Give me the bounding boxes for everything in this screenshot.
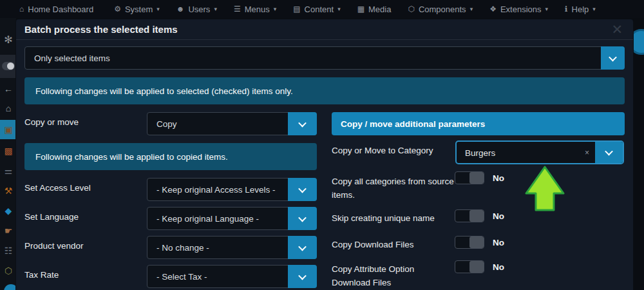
layers-icon[interactable]: ☷ bbox=[1, 246, 15, 256]
chevron-down-icon: ▾ bbox=[592, 6, 596, 12]
list-icon: ☰ bbox=[234, 5, 241, 14]
menu-components[interactable]: ⬡ Components ▾ bbox=[408, 5, 473, 14]
set-access-level-select[interactable]: - Keep original Access Levels - bbox=[147, 178, 317, 201]
tax-rate-label: Tax Rate bbox=[24, 270, 59, 280]
menu-users[interactable]: ☻ Users ▾ bbox=[176, 5, 217, 14]
copy-move-category-label: Copy or Move to Category bbox=[332, 146, 433, 155]
set-language-select-button[interactable] bbox=[288, 207, 317, 230]
clear-selection-icon[interactable]: × bbox=[585, 148, 589, 157]
copy-or-move-select-button[interactable] bbox=[288, 112, 317, 135]
cube-icon[interactable]: ⬡ bbox=[1, 266, 15, 276]
annotation-arrow-up bbox=[518, 162, 571, 211]
close-icon[interactable]: ✕ bbox=[611, 21, 623, 39]
products-icon[interactable]: ▣ bbox=[1, 124, 15, 135]
modal-title: Batch process the selected items bbox=[24, 24, 178, 35]
sliders-icon[interactable]: ⚌ bbox=[1, 166, 15, 176]
hand-icon[interactable]: ☛ bbox=[1, 226, 15, 236]
modal-header: Batch process the selected items ✕ bbox=[16, 19, 633, 40]
info-circle-icon: ℹ bbox=[565, 5, 568, 14]
copy-download-files-toggle[interactable] bbox=[455, 236, 484, 249]
copy-attr-option-files-label: Copy Attribute Option Download Files bbox=[332, 262, 454, 289]
copy-or-move-label: Copy or move bbox=[24, 117, 79, 127]
copy-all-categories-label: Copy all categories from source items. bbox=[332, 175, 454, 202]
menu-help[interactable]: ℹ Help ▾ bbox=[565, 5, 596, 14]
copy-all-categories-toggle[interactable] bbox=[455, 171, 484, 184]
chevron-down-icon: ▾ bbox=[156, 6, 160, 12]
basket-icon[interactable]: ▩ bbox=[1, 146, 15, 156]
set-language-label: Set Language bbox=[24, 212, 79, 222]
scope-select-button[interactable] bbox=[601, 46, 625, 70]
home-icon: ⌂ bbox=[19, 5, 24, 14]
home-icon[interactable]: ⌂ bbox=[1, 103, 15, 113]
set-access-level-select-button[interactable] bbox=[288, 178, 317, 201]
batch-process-modal: Batch process the selected items ✕ Only … bbox=[16, 19, 633, 290]
chevron-down-icon: ▾ bbox=[214, 6, 217, 12]
set-access-level-label: Set Access Level bbox=[24, 183, 91, 193]
tool-icon[interactable]: ⚒ bbox=[1, 186, 15, 196]
chevron-down-icon bbox=[298, 119, 307, 127]
category-select-button[interactable] bbox=[595, 142, 623, 163]
menu-content[interactable]: ▤ Content ▾ bbox=[293, 5, 340, 14]
back-arrow-icon[interactable]: ← bbox=[1, 84, 15, 94]
category-value: Burgers bbox=[465, 148, 495, 157]
chevron-down-icon bbox=[298, 213, 307, 222]
menu-system[interactable]: ⚙ System ▾ bbox=[114, 5, 160, 14]
copy-move-params-header: Copy / move additional parameters bbox=[332, 112, 625, 135]
users-icon: ☻ bbox=[176, 5, 185, 14]
copy-or-move-select[interactable]: Copy bbox=[147, 112, 317, 135]
product-vendor-select[interactable]: - No change - bbox=[147, 236, 317, 259]
chevron-down-icon bbox=[298, 271, 307, 280]
product-vendor-label: Product vendor bbox=[24, 241, 84, 251]
chevron-down-icon bbox=[609, 53, 617, 61]
skip-unique-name-toggle[interactable] bbox=[455, 209, 484, 222]
copy-download-files-label: Copy Download Files bbox=[332, 238, 454, 251]
tax-rate-select[interactable]: - Select Tax - bbox=[147, 265, 317, 288]
wrench-icon: ⚙ bbox=[114, 5, 121, 14]
admin-sidebar: ✻ ← ⌂ ▣ ▩ ⚌ ⚒ ◆ ☛ ☷ ⬡ bbox=[0, 18, 16, 290]
copy-attr-option-files-toggle[interactable] bbox=[455, 260, 484, 273]
image-icon: ▦ bbox=[357, 5, 365, 14]
chevron-down-icon: ▾ bbox=[337, 6, 341, 12]
file-icon: ▤ bbox=[293, 5, 300, 14]
chevron-down-icon: ▾ bbox=[274, 6, 277, 12]
toggle-menu-icon[interactable] bbox=[2, 62, 15, 70]
menu-menus[interactable]: ☰ Menus ▾ bbox=[234, 5, 276, 14]
chevron-down-icon bbox=[605, 148, 613, 156]
product-vendor-select-button[interactable] bbox=[288, 236, 317, 259]
copy-attr-option-files-state: No bbox=[493, 262, 504, 272]
menu-extensions[interactable]: ❖ Extensions ▾ bbox=[489, 5, 548, 14]
tax-rate-select-button[interactable] bbox=[288, 265, 317, 288]
copy-download-files-state: No bbox=[493, 238, 504, 247]
chevron-down-icon bbox=[298, 242, 307, 251]
cart-icon[interactable]: ◆ bbox=[1, 206, 15, 216]
joomla-logo: ✻ bbox=[1, 34, 15, 46]
admin-menubar: ⌂ Home Dashboard ⚙ System ▾ ☻ Users ▾ ☰ … bbox=[0, 0, 644, 18]
alert-copied-items: Following changes will be applied to cop… bbox=[24, 143, 317, 170]
alert-selected-items: Following changes will be applied to sel… bbox=[24, 77, 625, 104]
set-language-select[interactable]: - Keep original Language - bbox=[147, 207, 317, 230]
chevron-down-icon bbox=[298, 184, 307, 193]
share-nodes-icon: ❖ bbox=[489, 5, 497, 14]
chevron-down-icon: ▾ bbox=[545, 6, 549, 12]
menu-media[interactable]: ▦ Media bbox=[357, 5, 392, 14]
scope-select[interactable]: Only selected items bbox=[24, 46, 625, 70]
skip-unique-name-state: No bbox=[493, 211, 504, 221]
chevron-down-icon: ▾ bbox=[470, 6, 473, 12]
skip-unique-name-label: Skip creating unique name bbox=[332, 211, 454, 225]
puzzle-icon: ⬡ bbox=[408, 5, 414, 14]
category-combobox[interactable]: Burgers × bbox=[455, 140, 624, 164]
copy-all-categories-state: No bbox=[493, 173, 504, 183]
menu-home-dashboard[interactable]: ⌂ Home Dashboard bbox=[19, 5, 97, 14]
